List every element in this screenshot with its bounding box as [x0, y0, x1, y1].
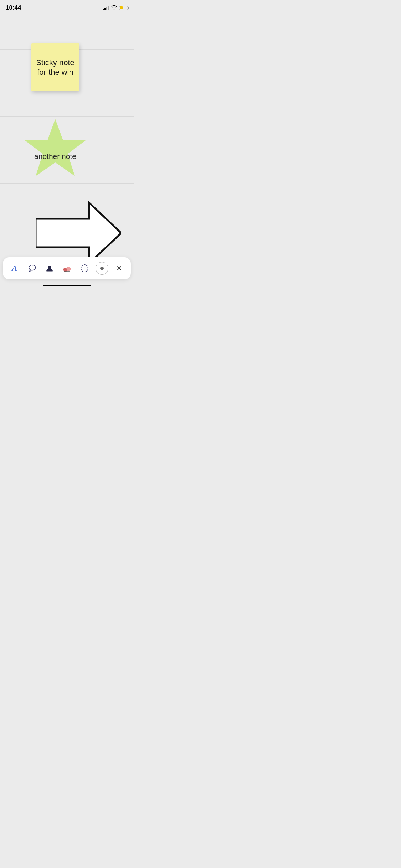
- svg-point-8: [81, 265, 88, 272]
- close-button[interactable]: ✕: [112, 260, 127, 276]
- status-time: 10:44: [6, 4, 21, 11]
- home-indicator: [43, 285, 91, 286]
- arrow-shape-icon: [36, 197, 121, 257]
- toolbar: A: [3, 257, 131, 279]
- wifi-icon: [111, 5, 117, 11]
- svg-marker-1: [36, 203, 121, 257]
- battery-icon: [119, 6, 128, 10]
- sticky-note-text: Sticky note for the win: [35, 58, 76, 77]
- text-tool-icon: A: [12, 264, 17, 273]
- selection-tool-icon: [80, 264, 89, 273]
- eraser-tool-button[interactable]: [59, 260, 75, 276]
- arrow-shape[interactable]: [36, 197, 121, 257]
- dot-tool-icon: [96, 262, 108, 275]
- svg-rect-4: [46, 270, 53, 272]
- lasso-tool-button[interactable]: [24, 260, 40, 276]
- dot-tool-button[interactable]: [94, 260, 110, 276]
- lasso-tool-icon: [27, 264, 37, 273]
- svg-marker-0: [25, 119, 86, 176]
- eraser-tool-icon: [62, 264, 72, 273]
- svg-rect-3: [48, 266, 51, 269]
- star-note-text: another note: [34, 151, 76, 161]
- star-shape-icon: [20, 115, 91, 187]
- status-icons: [103, 5, 128, 11]
- canvas-area[interactable]: Sticky note for the win another note: [0, 16, 134, 257]
- sticky-note[interactable]: Sticky note for the win: [31, 43, 79, 91]
- stamp-tool-icon: [45, 264, 54, 273]
- stamp-tool-button[interactable]: [42, 260, 57, 276]
- signal-bars-icon: [103, 6, 109, 10]
- star-note[interactable]: another note: [20, 115, 91, 187]
- selection-tool-button[interactable]: [77, 260, 92, 276]
- close-icon: ✕: [116, 264, 122, 273]
- status-bar: 10:44: [0, 0, 134, 16]
- text-tool-button[interactable]: A: [7, 260, 22, 276]
